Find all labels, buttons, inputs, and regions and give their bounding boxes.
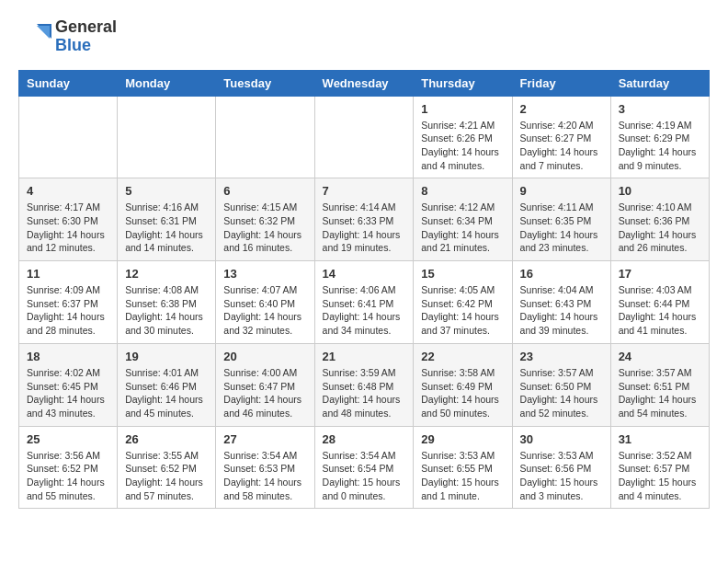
- day-info: Sunrise: 4:04 AM Sunset: 6:43 PM Dayligh…: [520, 283, 603, 338]
- calendar-cell: 27Sunrise: 3:54 AM Sunset: 6:53 PM Dayli…: [216, 426, 314, 509]
- day-number: 20: [223, 350, 306, 363]
- day-of-week-header: Tuesday: [216, 70, 314, 96]
- day-info: Sunrise: 4:09 AM Sunset: 6:37 PM Dayligh…: [27, 283, 109, 338]
- day-info: Sunrise: 3:57 AM Sunset: 6:50 PM Dayligh…: [520, 366, 603, 420]
- calendar-cell: [19, 96, 118, 178]
- day-info: Sunrise: 3:56 AM Sunset: 6:52 PM Dayligh…: [27, 449, 109, 503]
- calendar-cell: 4Sunrise: 4:17 AM Sunset: 6:30 PM Daylig…: [19, 178, 118, 261]
- calendar-cell: 13Sunrise: 4:07 AM Sunset: 6:40 PM Dayli…: [216, 261, 314, 344]
- day-of-week-header: Sunday: [19, 70, 118, 96]
- calendar-cell: 14Sunrise: 4:06 AM Sunset: 6:41 PM Dayli…: [314, 261, 414, 344]
- day-number: 3: [619, 102, 701, 116]
- calendar-cell: 3Sunrise: 4:19 AM Sunset: 6:29 PM Daylig…: [610, 96, 709, 178]
- day-info: Sunrise: 3:53 AM Sunset: 6:56 PM Dayligh…: [520, 449, 603, 503]
- calendar-cell: 7Sunrise: 4:14 AM Sunset: 6:33 PM Daylig…: [314, 178, 414, 261]
- day-number: 29: [421, 432, 504, 446]
- day-number: 5: [125, 184, 208, 198]
- calendar-cell: 11Sunrise: 4:09 AM Sunset: 6:37 PM Dayli…: [19, 261, 118, 344]
- day-info: Sunrise: 4:06 AM Sunset: 6:41 PM Dayligh…: [323, 283, 406, 338]
- day-info: Sunrise: 3:54 AM Sunset: 6:54 PM Dayligh…: [323, 449, 406, 503]
- day-number: 31: [619, 432, 701, 446]
- day-number: 15: [421, 267, 504, 281]
- calendar-cell: 25Sunrise: 3:56 AM Sunset: 6:52 PM Dayli…: [19, 426, 118, 509]
- day-number: 19: [125, 350, 208, 363]
- calendar-cell: 2Sunrise: 4:20 AM Sunset: 6:27 PM Daylig…: [512, 96, 610, 178]
- calendar-cell: 16Sunrise: 4:04 AM Sunset: 6:43 PM Dayli…: [512, 261, 610, 344]
- day-info: Sunrise: 3:53 AM Sunset: 6:55 PM Dayligh…: [421, 449, 504, 503]
- day-number: 13: [223, 267, 306, 281]
- day-info: Sunrise: 4:21 AM Sunset: 6:26 PM Dayligh…: [421, 119, 504, 173]
- day-info: Sunrise: 4:02 AM Sunset: 6:45 PM Dayligh…: [27, 366, 109, 420]
- day-number: 10: [619, 184, 701, 198]
- day-info: Sunrise: 4:03 AM Sunset: 6:44 PM Dayligh…: [619, 283, 701, 338]
- day-number: 18: [27, 350, 109, 363]
- day-of-week-header: Wednesday: [314, 70, 414, 96]
- day-number: 24: [619, 350, 701, 363]
- day-number: 2: [520, 102, 603, 116]
- calendar-cell: 10Sunrise: 4:10 AM Sunset: 6:36 PM Dayli…: [610, 178, 709, 261]
- calendar-cell: 30Sunrise: 3:53 AM Sunset: 6:56 PM Dayli…: [512, 426, 610, 509]
- day-number: 16: [520, 267, 603, 281]
- day-info: Sunrise: 4:00 AM Sunset: 6:47 PM Dayligh…: [223, 366, 306, 420]
- day-info: Sunrise: 4:10 AM Sunset: 6:36 PM Dayligh…: [619, 201, 701, 255]
- day-info: Sunrise: 3:58 AM Sunset: 6:49 PM Dayligh…: [421, 366, 504, 420]
- day-number: 4: [27, 184, 109, 198]
- calendar-cell: [118, 96, 216, 178]
- day-info: Sunrise: 3:57 AM Sunset: 6:51 PM Dayligh…: [619, 366, 701, 420]
- day-number: 26: [125, 432, 208, 446]
- calendar-cell: 1Sunrise: 4:21 AM Sunset: 6:26 PM Daylig…: [414, 96, 512, 178]
- calendar-cell: [216, 96, 314, 178]
- calendar-cell: 5Sunrise: 4:16 AM Sunset: 6:31 PM Daylig…: [118, 178, 216, 261]
- day-number: 9: [520, 184, 603, 198]
- day-info: Sunrise: 4:16 AM Sunset: 6:31 PM Dayligh…: [125, 201, 208, 255]
- calendar-cell: 23Sunrise: 3:57 AM Sunset: 6:50 PM Dayli…: [512, 343, 610, 426]
- day-info: Sunrise: 4:20 AM Sunset: 6:27 PM Dayligh…: [520, 119, 603, 173]
- day-number: 7: [323, 184, 406, 198]
- day-number: 28: [323, 432, 406, 446]
- calendar-cell: 9Sunrise: 4:11 AM Sunset: 6:35 PM Daylig…: [512, 178, 610, 261]
- calendar-cell: 12Sunrise: 4:08 AM Sunset: 6:38 PM Dayli…: [118, 261, 216, 344]
- day-info: Sunrise: 4:14 AM Sunset: 6:33 PM Dayligh…: [323, 201, 406, 255]
- day-info: Sunrise: 4:12 AM Sunset: 6:34 PM Dayligh…: [421, 201, 504, 255]
- day-info: Sunrise: 3:55 AM Sunset: 6:52 PM Dayligh…: [125, 449, 208, 503]
- calendar-week-row: 11Sunrise: 4:09 AM Sunset: 6:37 PM Dayli…: [19, 261, 710, 344]
- day-info: Sunrise: 4:07 AM Sunset: 6:40 PM Dayligh…: [223, 283, 306, 338]
- calendar-cell: 17Sunrise: 4:03 AM Sunset: 6:44 PM Dayli…: [610, 261, 709, 344]
- day-number: 23: [520, 350, 603, 363]
- day-info: Sunrise: 3:59 AM Sunset: 6:48 PM Dayligh…: [323, 366, 406, 420]
- day-number: 14: [323, 267, 406, 281]
- day-number: 27: [223, 432, 306, 446]
- day-number: 17: [619, 267, 701, 281]
- calendar-cell: 6Sunrise: 4:15 AM Sunset: 6:32 PM Daylig…: [216, 178, 314, 261]
- calendar-cell: 31Sunrise: 3:52 AM Sunset: 6:57 PM Dayli…: [610, 426, 709, 509]
- page-header: General Blue: [18, 18, 710, 55]
- calendar-cell: 8Sunrise: 4:12 AM Sunset: 6:34 PM Daylig…: [414, 178, 512, 261]
- day-number: 22: [421, 350, 504, 363]
- day-number: 11: [27, 267, 109, 281]
- logo-svg: [18, 20, 51, 53]
- day-number: 8: [421, 184, 504, 198]
- day-number: 30: [520, 432, 603, 446]
- day-of-week-header: Monday: [118, 70, 216, 96]
- logo: General Blue: [18, 18, 117, 55]
- logo-general-text: General: [55, 18, 117, 37]
- calendar-week-row: 18Sunrise: 4:02 AM Sunset: 6:45 PM Dayli…: [19, 343, 710, 426]
- day-number: 12: [125, 267, 208, 281]
- day-info: Sunrise: 4:11 AM Sunset: 6:35 PM Dayligh…: [520, 201, 603, 255]
- day-of-week-header: Thursday: [414, 70, 512, 96]
- calendar-cell: [314, 96, 414, 178]
- calendar-cell: 20Sunrise: 4:00 AM Sunset: 6:47 PM Dayli…: [216, 343, 314, 426]
- day-info: Sunrise: 3:52 AM Sunset: 6:57 PM Dayligh…: [619, 449, 701, 503]
- day-number: 6: [223, 184, 306, 198]
- calendar-cell: 19Sunrise: 4:01 AM Sunset: 6:46 PM Dayli…: [118, 343, 216, 426]
- day-info: Sunrise: 4:17 AM Sunset: 6:30 PM Dayligh…: [27, 201, 109, 255]
- day-number: 25: [27, 432, 109, 446]
- calendar-week-row: 4Sunrise: 4:17 AM Sunset: 6:30 PM Daylig…: [19, 178, 710, 261]
- calendar-cell: 18Sunrise: 4:02 AM Sunset: 6:45 PM Dayli…: [19, 343, 118, 426]
- day-number: 1: [421, 102, 504, 116]
- calendar-cell: 22Sunrise: 3:58 AM Sunset: 6:49 PM Dayli…: [414, 343, 512, 426]
- calendar-cell: 24Sunrise: 3:57 AM Sunset: 6:51 PM Dayli…: [610, 343, 709, 426]
- calendar-header-row: SundayMondayTuesdayWednesdayThursdayFrid…: [19, 70, 710, 96]
- day-info: Sunrise: 3:54 AM Sunset: 6:53 PM Dayligh…: [223, 449, 306, 503]
- calendar-week-row: 25Sunrise: 3:56 AM Sunset: 6:52 PM Dayli…: [19, 426, 710, 509]
